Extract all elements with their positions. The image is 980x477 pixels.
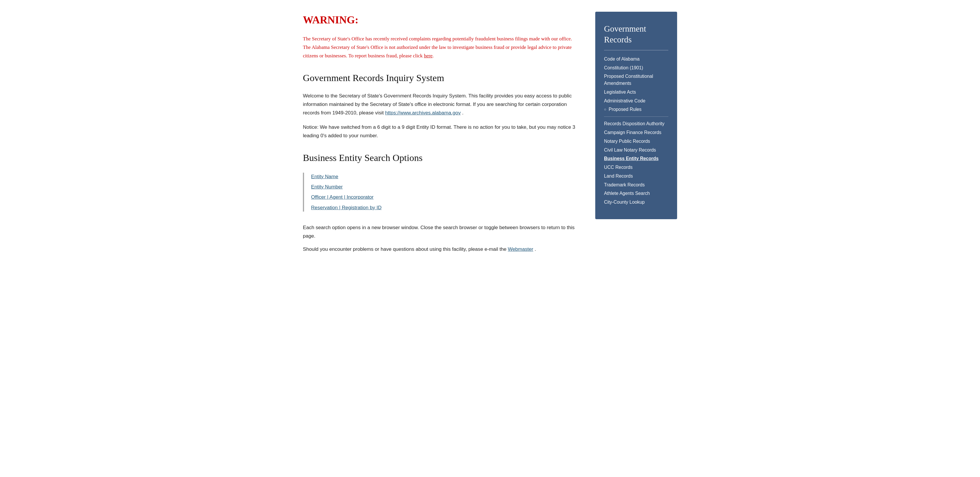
sidebar-item-city-county-lookup[interactable]: City-County Lookup xyxy=(604,199,668,206)
notice-text: Notice: We have switched from a 6 digit … xyxy=(303,123,578,140)
sidebar-item-notary-public-records[interactable]: Notary Public Records xyxy=(604,138,668,145)
archives-link[interactable]: https://www.archives.alabama.gov xyxy=(385,110,460,116)
search-link-officer--agent--incorporator[interactable]: Officer | Agent | Incorporator xyxy=(311,193,578,201)
search-link-reservation--registration-by-id[interactable]: Reservation | Registration by ID xyxy=(311,204,578,212)
intro-text-after: . xyxy=(462,110,463,116)
warning-heading: WARNING: xyxy=(303,12,578,29)
business-search-heading: Business Entity Search Options xyxy=(303,150,578,166)
sidebar-item-records-disposition-authority[interactable]: Records Disposition Authority xyxy=(604,120,668,127)
sidebar-divider xyxy=(604,116,668,117)
sidebar-item-proposed-constitutional-amendments[interactable]: Proposed Constitutional Amendments xyxy=(604,73,668,87)
sidebar: Government Records Code of AlabamaConsti… xyxy=(595,12,677,219)
search-options-list: Entity NameEntity NumberOfficer | Agent … xyxy=(303,173,578,212)
inquiry-system-heading: Government Records Inquiry System xyxy=(303,70,578,86)
footer-text-before: Should you encounter problems or have qu… xyxy=(303,246,506,252)
warning-body-text: The Secretary of State's Office has rece… xyxy=(303,36,572,59)
sidebar-item-land-records[interactable]: Land Records xyxy=(604,173,668,180)
webmaster-link[interactable]: Webmaster xyxy=(508,246,533,252)
sidebar-item-ucc-records[interactable]: UCC Records xyxy=(604,164,668,171)
sidebar-item-business-entity-records[interactable]: Business Entity Records xyxy=(604,155,668,162)
sidebar-item-campaign-finance-records[interactable]: Campaign Finance Records xyxy=(604,129,668,136)
warning-link[interactable]: here xyxy=(424,53,433,59)
footer-text-after: . xyxy=(535,246,536,252)
footer-paragraph-1: Each search option opens in a new browse… xyxy=(303,223,578,240)
sidebar-item-proposed-rules[interactable]: ○Proposed Rules xyxy=(604,106,668,113)
sidebar-item-athlete-agents-search[interactable]: Athlete Agents Search xyxy=(604,190,668,197)
warning-text: The Secretary of State's Office has rece… xyxy=(303,35,578,60)
main-content: WARNING: The Secretary of State's Office… xyxy=(303,12,578,258)
sidebar-item-legislative-acts[interactable]: Legislative Acts xyxy=(604,89,668,96)
intro-paragraph-1: Welcome to the Secretary of State's Gove… xyxy=(303,92,578,117)
sidebar-item-constitution-1901[interactable]: Constitution (1901) xyxy=(604,64,668,72)
page-layout: WARNING: The Secretary of State's Office… xyxy=(285,0,695,276)
sidebar-item-administrative-code[interactable]: Administrative Code xyxy=(604,97,668,104)
sidebar-item-civil-law-notary-records[interactable]: Civil Law Notary Records xyxy=(604,147,668,154)
sidebar-nav: Code of AlabamaConstitution (1901)Propos… xyxy=(604,56,668,206)
footer-paragraph-2: Should you encounter problems or have qu… xyxy=(303,245,578,254)
sidebar-item-code-of-alabama[interactable]: Code of Alabama xyxy=(604,56,668,63)
search-link-entity-number[interactable]: Entity Number xyxy=(311,183,578,191)
sidebar-item-trademark-records[interactable]: Trademark Records xyxy=(604,182,668,188)
sidebar-title: Government Records xyxy=(604,23,668,50)
search-link-entity-name[interactable]: Entity Name xyxy=(311,173,578,180)
